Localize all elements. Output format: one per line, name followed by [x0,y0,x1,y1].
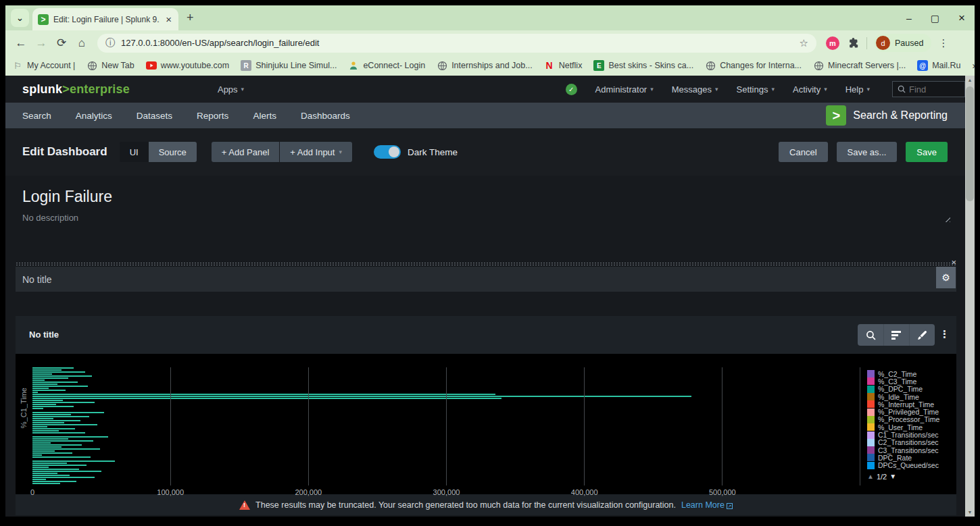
bookmark-item[interactable]: EBest skins - Skins ca... [593,60,693,71]
nav-dashboards[interactable]: Dashboards [301,111,350,121]
chart-bar[interactable] [32,444,82,446]
bookmark-item[interactable]: Internships and Job... [437,60,533,71]
chart-bar[interactable] [32,446,62,448]
nav-search[interactable]: Search [22,111,51,121]
chart-bar[interactable] [32,404,56,405]
bookmark-item[interactable]: New Tab [87,60,134,71]
add-input-button[interactable]: + Add Input▾ [280,142,352,162]
save-button[interactable]: Save [906,142,948,162]
chart-bar[interactable] [32,390,66,391]
chart-bar[interactable] [32,471,101,472]
find-input[interactable] [909,84,956,95]
chart-bar[interactable] [32,473,57,474]
chart-bar[interactable] [32,420,80,421]
extension-m-icon[interactable]: m [826,36,839,50]
browser-tab[interactable]: > Edit: Login Failure | Splunk 9.2.1 × [32,8,178,30]
tab-close-icon[interactable]: × [164,14,173,25]
panel-format-button[interactable] [883,324,909,346]
chart-bar[interactable] [32,469,79,470]
chart-bar[interactable] [32,392,38,393]
chart-bar[interactable] [32,412,104,413]
apps-menu[interactable]: Apps▾ [218,84,244,95]
profile-chip[interactable]: d Paused [874,34,931,52]
dashboard-description[interactable]: No description [22,213,78,223]
chart-bar[interactable] [32,432,85,433]
chart-bar[interactable] [32,483,60,484]
bookmark-item[interactable]: www.youtube.com [146,60,229,71]
chart-bar[interactable] [32,384,57,385]
chart-bar[interactable] [32,402,95,403]
chart-bar[interactable] [32,394,495,395]
chart-bar[interactable] [32,454,42,456]
browser-menu-icon[interactable]: ⋮ [938,37,948,49]
chart-bar[interactable] [32,388,49,389]
bookmark-star-icon[interactable]: ☆ [800,37,808,49]
chart-bar[interactable] [32,398,501,399]
chart-bar[interactable] [32,379,45,381]
chart-bar[interactable] [32,422,64,423]
input-title-row[interactable]: No title ⚙ [16,267,956,292]
panel-title[interactable]: No title [29,330,59,340]
legend-item[interactable]: C2_Transitions/sec [867,439,956,446]
chart-bar[interactable] [32,406,74,407]
chart-bar[interactable] [32,450,55,452]
chart-bar[interactable] [32,386,88,387]
legend-item[interactable]: %_Idle_Time [867,393,956,400]
chart-bar[interactable] [32,367,74,369]
legend-page-up-icon[interactable]: ▲ [867,473,874,480]
new-tab-button[interactable]: + [187,11,194,25]
chart-bar[interactable] [32,442,51,444]
chart-bar[interactable] [32,373,52,375]
nav-reports[interactable]: Reports [197,111,228,121]
input-row-title[interactable]: No title [22,274,52,285]
panel-menu-icon[interactable]: ⋮ [939,328,950,340]
add-panel-button[interactable]: + Add Panel [212,142,279,162]
chart-bar[interactable] [32,377,68,379]
legend-item[interactable]: C1_Transitions/sec [867,431,956,438]
legend-item[interactable]: %_DPC_Time [867,386,956,393]
splunk-logo[interactable]: splunk>enterprise [22,82,130,97]
legend-item[interactable]: %_C3_Time [867,377,956,385]
chart-bar[interactable] [32,452,72,454]
nav-datasets[interactable]: Datasets [137,111,172,121]
drag-handle[interactable] [16,262,956,266]
legend-item[interactable]: %_C2_Time [867,370,956,377]
chart-bar[interactable] [32,477,95,478]
chart-bar[interactable] [32,396,691,397]
scroll-down-icon[interactable]: ▼ [965,510,975,515]
chart-bar[interactable] [32,375,92,377]
menu-settings[interactable]: Settings▾ [737,84,775,95]
chart-bar[interactable] [32,475,70,476]
save-as-button[interactable]: Save as... [837,142,898,162]
chart-bar[interactable] [32,463,67,464]
minimize-button[interactable]: – [906,13,912,24]
legend-item[interactable]: %_Privileged_Time [867,408,956,415]
scrollbar-thumb[interactable] [966,86,974,201]
address-bar[interactable]: ⓘ 127.0.0.1:8000/en-US/app/search/login_… [97,34,816,53]
tab-search-button[interactable]: ⌄ [11,9,29,27]
bookmark-item[interactable]: RShinjuku Line Simul... [241,60,337,71]
bookmarks-overflow-icon[interactable]: » [973,60,975,71]
legend-item[interactable]: C3_Transitions/sec [867,446,956,454]
input-settings-button[interactable]: ⚙ [936,267,956,288]
bookmark-item[interactable]: ⚐My Account | [12,60,75,71]
learn-more-link[interactable]: Learn More↗ [681,500,733,510]
nav-analytics[interactable]: Analytics [76,111,112,121]
reload-icon[interactable]: ⟳ [51,36,72,50]
bookmark-item[interactable]: Minecraft Servers |... [813,60,906,71]
description-resize-grip[interactable] [944,216,950,222]
chart-bar[interactable] [32,440,93,442]
bookmark-item[interactable]: eConnect- Login [348,60,425,71]
chart-bar[interactable] [32,430,59,431]
chart-bar[interactable] [32,481,76,482]
chart-bar[interactable] [32,456,91,458]
dashboard-title[interactable]: Login Failure [22,188,112,206]
bookmark-item[interactable]: @Mail.Ru [917,60,960,71]
chart-bar[interactable] [32,424,97,425]
chart-bar[interactable] [32,414,71,415]
nav-alerts[interactable]: Alerts [253,111,276,121]
legend-item[interactable]: DPCs_Queued/sec [867,462,956,469]
cancel-button[interactable]: Cancel [779,142,827,162]
input-row-close-icon[interactable]: × [951,258,956,267]
chart-bar[interactable] [32,426,47,427]
